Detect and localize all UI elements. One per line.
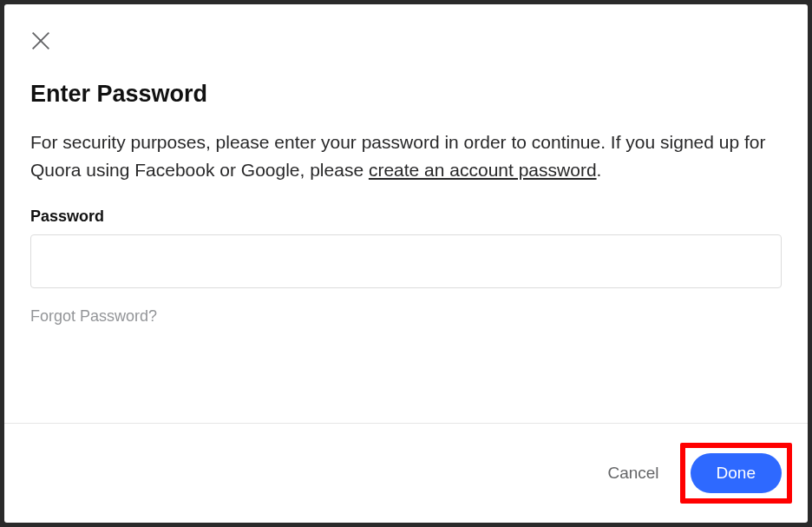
modal-content: Enter Password For security purposes, pl… — [4, 4, 808, 423]
modal-description: For security purposes, please enter your… — [30, 128, 782, 183]
modal-footer: Cancel Done — [4, 423, 808, 523]
close-icon — [29, 41, 53, 56]
password-input[interactable] — [30, 234, 782, 288]
modal-title: Enter Password — [30, 81, 782, 108]
cancel-button[interactable]: Cancel — [600, 460, 665, 486]
password-label: Password — [30, 208, 782, 226]
create-password-link[interactable]: create an account password — [369, 160, 597, 180]
done-button[interactable]: Done — [691, 453, 782, 493]
close-button[interactable] — [29, 29, 53, 53]
forgot-password-link[interactable]: Forgot Password? — [30, 307, 157, 325]
password-modal: Enter Password For security purposes, pl… — [0, 0, 812, 527]
description-suffix: . — [597, 160, 602, 180]
done-highlight-box: Done — [680, 443, 792, 504]
